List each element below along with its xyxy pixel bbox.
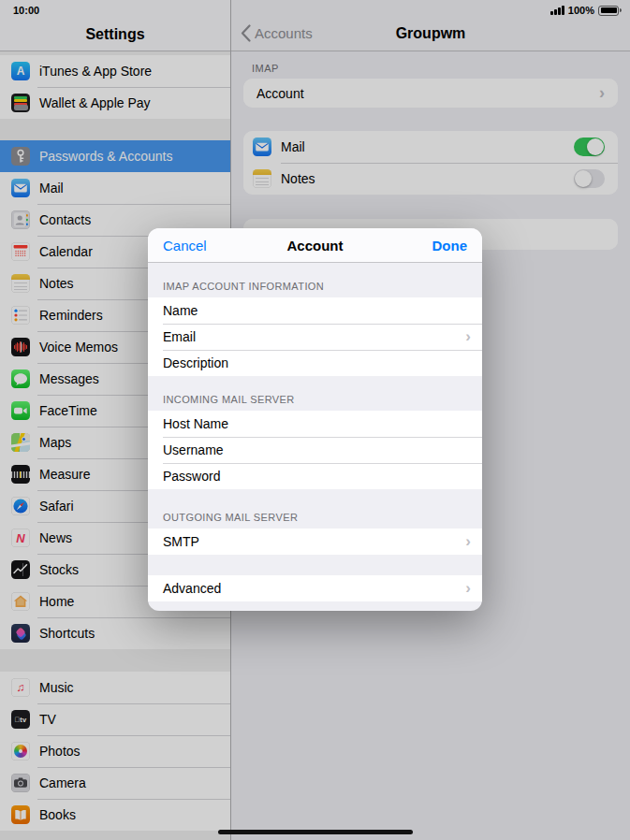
modal-group: NameEmail›Description [148,297,482,376]
modal-row-label: Advanced [163,581,221,596]
modal-row-description[interactable]: Description [148,350,482,376]
modal-row-email[interactable]: Email› [148,324,482,350]
settings-app-screen: 10:00 Settings AiTunes & App StoreWallet… [0,0,630,840]
modal-row-username[interactable]: Username [148,437,482,463]
modal-row-advanced[interactable]: Advanced› [148,575,482,601]
modal-row-label: Name [163,303,198,318]
account-modal: Account Cancel Done IMAP ACCOUNT INFORMA… [148,228,482,611]
chevron-right-icon: › [465,328,471,346]
modal-section-header: OUTGOING MAIL SERVER [163,512,298,523]
modal-group: SMTP› [148,529,482,555]
modal-row-password[interactable]: Password [148,463,482,489]
modal-section-gap [148,555,482,575]
modal-section-header: INCOMING MAIL SERVER [163,394,295,405]
modal-row-label: SMTP [163,534,199,549]
modal-section-header-zone: OUTGOING MAIL SERVER [148,489,482,529]
chevron-right-icon: › [465,533,471,551]
modal-section-header-zone: INCOMING MAIL SERVER [148,376,482,411]
modal-group: Advanced› [148,575,482,601]
modal-group: Host NameUsernamePassword [148,411,482,489]
modal-section-header: IMAP ACCOUNT INFORMATION [163,281,324,292]
modal-row-label: Password [163,469,220,484]
modal-row-label: Email [163,329,196,344]
modal-row-host-name[interactable]: Host Name [148,411,482,437]
modal-row-label: Host Name [163,416,228,431]
cancel-button[interactable]: Cancel [163,238,207,253]
modal-row-label: Description [163,355,228,370]
home-indicator[interactable] [218,830,413,834]
modal-row-smtp[interactable]: SMTP› [148,529,482,555]
modal-body: IMAP ACCOUNT INFORMATIONNameEmail›Descri… [148,263,482,601]
done-button[interactable]: Done [432,238,468,253]
modal-row-name[interactable]: Name [148,297,482,324]
modal-row-label: Username [163,442,224,457]
modal-header: Account Cancel Done [148,228,482,263]
chevron-right-icon: › [465,580,471,598]
modal-section-header-zone: IMAP ACCOUNT INFORMATION [148,263,482,297]
